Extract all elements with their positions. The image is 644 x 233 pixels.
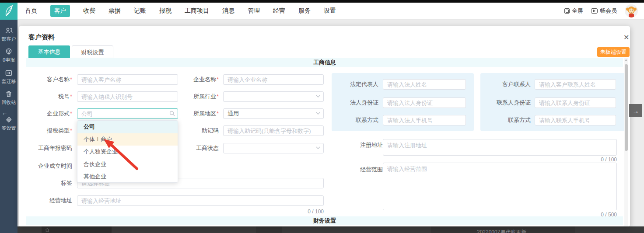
nav-item-tax-filing[interactable]: 报税 — [159, 7, 172, 15]
sidebar: 部客户 0申报 套迁移 回收站 ← — [0, 20, 18, 233]
dropdown-option-other[interactable]: 其他企业 — [77, 170, 178, 183]
sidebar-item-tag-settings[interactable]: 签设置 — [2, 116, 16, 132]
contact-phone-field[interactable] — [535, 115, 616, 125]
mnemonic-field[interactable] — [223, 125, 324, 136]
dropdown-option-sole-proprietorship[interactable]: 个人独资企业 — [77, 146, 178, 158]
member-button[interactable]: 畅会员 — [591, 7, 617, 15]
field-label: 法人身份证 — [332, 97, 378, 108]
legal-rep-panel: 法定代表人 法人身份证 联系方式 — [332, 73, 474, 131]
legal-rep-field[interactable] — [383, 79, 466, 90]
sidebar-item-label: 回收站 — [2, 99, 16, 106]
nav-item-messages[interactable]: 消息 — [222, 7, 234, 15]
company-name-input[interactable] — [223, 74, 324, 85]
field-label: 所属行业* — [175, 91, 219, 102]
contact-phone-input[interactable] — [535, 115, 616, 125]
dropdown-option-individual-business[interactable]: 个体工商户 — [77, 133, 178, 146]
business-address-input[interactable] — [77, 195, 324, 206]
tab-basic-info[interactable]: 基本信息 — [28, 45, 70, 58]
contact-id-input[interactable] — [535, 97, 616, 108]
migrate-icon — [5, 70, 12, 77]
nav-item-bookkeeping[interactable]: 记账 — [134, 7, 146, 15]
sidebar-item-ledger-migration[interactable]: 套迁移 — [2, 70, 16, 85]
field-label: 税号* — [20, 91, 72, 102]
region-input[interactable] — [223, 108, 324, 119]
field-label: 企业名称* — [175, 74, 219, 85]
field-label: 报税类型* — [20, 125, 72, 136]
business-status-input[interactable] — [223, 143, 324, 153]
scroll-up-icon[interactable] — [625, 59, 627, 61]
section-header-finance-settings: 财务设置 — [26, 216, 623, 225]
sidebar-item-label: 签设置 — [2, 125, 16, 132]
sidebar-item-label: 0申报 — [3, 57, 15, 63]
user-avatar[interactable] — [625, 4, 638, 17]
modal-title: 客户资料 — [28, 33, 55, 42]
industry-input[interactable] — [223, 91, 324, 102]
fullscreen-label: 全屏 — [572, 7, 583, 15]
field-label: 客户联系人 — [480, 79, 531, 90]
nav-item-operations[interactable]: 经营 — [273, 7, 285, 15]
scrollbar-thumb[interactable] — [625, 64, 628, 151]
business-address-field[interactable] — [77, 195, 324, 206]
tab-finance-tax-settings[interactable]: 财税设置 — [72, 45, 113, 58]
nav-item-services[interactable]: 服务 — [298, 7, 311, 15]
company-name-field[interactable] — [223, 74, 324, 85]
company-form-input[interactable] — [77, 108, 178, 119]
dimmed-breadcrumb-box — [42, 226, 112, 233]
legal-rep-input[interactable] — [383, 79, 466, 90]
field-label: 工商状态 — [175, 143, 219, 153]
boss-settings-button[interactable]: 老板端设置 — [597, 47, 630, 57]
contact-name-field[interactable] — [535, 79, 616, 90]
dimmed-page-bottom: 20220007易代账更新 — [18, 226, 644, 233]
section-header-business-info: 工商信息 — [26, 58, 623, 67]
dimmed-content-block — [256, 226, 282, 233]
field-label: 联系方式 — [480, 115, 531, 125]
legal-id-input[interactable] — [383, 97, 466, 108]
dropdown-option-company[interactable]: 公司 — [77, 121, 178, 133]
legal-phone-input[interactable] — [383, 115, 466, 125]
business-scope-textarea[interactable] — [383, 163, 617, 210]
tax-no-field[interactable] — [77, 91, 178, 102]
sidebar-item-all-customers[interactable]: 部客户 — [2, 27, 16, 42]
tax-no-input[interactable] — [77, 91, 178, 102]
legal-phone-field[interactable] — [383, 115, 466, 125]
close-icon[interactable]: ✕ — [622, 31, 630, 43]
fullscreen-button[interactable]: 全屏 — [564, 7, 583, 15]
mnemonic-input[interactable] — [223, 125, 324, 136]
customer-name-field[interactable] — [77, 74, 178, 85]
sidebar-item-zero-declaration[interactable]: 0申报 — [3, 48, 15, 63]
expand-panel-button[interactable]: → — [629, 104, 642, 117]
industry-select[interactable] — [223, 91, 324, 102]
collapse-arrow-icon[interactable]: ← — [2, 111, 7, 116]
field-label: 法定代表人 — [332, 79, 378, 90]
field-label: 经营地址 — [20, 195, 72, 206]
sidebar-item-recycle-bin[interactable]: 回收站 — [2, 90, 16, 106]
app-logo[interactable] — [0, 3, 18, 20]
dimmed-update-text: 20220007易代账更新 — [477, 228, 526, 233]
customer-contact-panel: 客户联系人 联系人身份证 联系方式 — [480, 73, 626, 131]
member-video-icon — [591, 8, 598, 14]
nav-item-home[interactable]: 首页 — [25, 7, 37, 15]
business-status-select[interactable] — [223, 143, 324, 153]
contact-name-input[interactable] — [535, 79, 616, 90]
trash-icon — [5, 90, 12, 97]
sidebar-item-label: 套迁移 — [2, 78, 16, 85]
customer-name-input[interactable] — [77, 74, 178, 85]
dropdown-option-partnership[interactable]: 合伙企业 — [77, 158, 178, 171]
fullscreen-icon — [564, 8, 570, 14]
legal-id-field[interactable] — [383, 97, 466, 108]
nav-item-management[interactable]: 管理 — [248, 7, 260, 15]
field-label: 标签 — [20, 178, 72, 188]
topbar: 首页 客户 收费 票据 记账 报税 工商项目 消息 管理 经营 服务 设置 全屏… — [0, 3, 644, 20]
nav-item-business-projects[interactable]: 工商项目 — [185, 7, 209, 15]
company-form-combobox[interactable] — [77, 108, 178, 119]
nav-item-customers[interactable]: 客户 — [50, 5, 70, 17]
users-icon — [5, 27, 13, 34]
region-select[interactable] — [223, 108, 324, 119]
nav-item-fees[interactable]: 收费 — [83, 7, 95, 15]
reg-address-textarea[interactable] — [383, 139, 617, 156]
app-screen: 首页 客户 收费 票据 记账 报税 工商项目 消息 管理 经营 服务 设置 全屏… — [0, 0, 644, 233]
contact-id-field[interactable] — [535, 97, 616, 108]
modal-scrollbar[interactable] — [624, 58, 628, 226]
nav-item-invoices[interactable]: 票据 — [108, 7, 121, 15]
nav-item-settings[interactable]: 设置 — [324, 7, 336, 15]
